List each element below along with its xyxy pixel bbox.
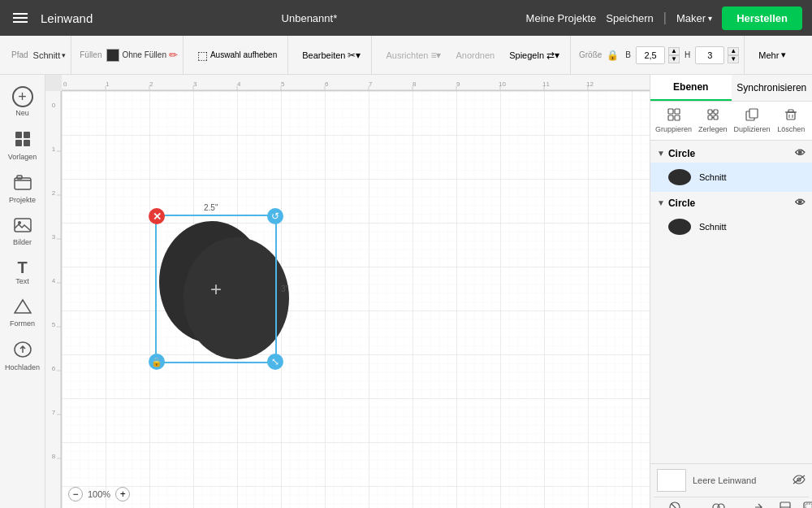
main-layout: + Neu Vorlagen Projek (0, 75, 812, 508)
sidebar-item-projekte[interactable]: Projekte (3, 169, 42, 209)
tab-synchronisieren[interactable]: Synchronisieren (732, 75, 813, 101)
ebnen-tool[interactable]: Ebnen (775, 501, 796, 508)
bearbeiten-group: Bearbeiten ✂▾ (292, 36, 372, 74)
ruler-top: 0 1 2 3 4 5 6 7 8 9 10 11 12 (62, 75, 650, 91)
canvas-eye-icon[interactable] (793, 475, 806, 487)
sidebar-item-bilder[interactable]: Bilder (3, 212, 42, 251)
mehr-group: Mehr ▾ (748, 36, 797, 74)
ruler-left: 0 1 2 3 4 5 6 7 8 (45, 91, 62, 508)
vorlagen-icon (14, 130, 32, 151)
svg-text:1: 1 (106, 80, 110, 88)
left-sidebar: + Neu Vorlagen Projek (0, 75, 45, 508)
mehr-chevron-icon: ▾ (781, 50, 786, 60)
zoom-in-button[interactable]: + (115, 487, 130, 501)
my-projects-link[interactable]: Meine Projekte (526, 12, 597, 24)
zerlegen-button[interactable]: Zerlegen (695, 105, 730, 137)
pencil-icon[interactable]: ✏ (169, 49, 178, 61)
verbinden-tool[interactable]: Verbinden (742, 501, 775, 508)
bearbeiten-icon: ✂▾ (348, 50, 361, 61)
sidebar-item-text[interactable]: T Text (3, 254, 42, 290)
spiegeln-button[interactable]: Spiegeln ⇄▾ (503, 46, 565, 64)
height-input[interactable] (695, 46, 724, 64)
svg-text:3: 3 (52, 233, 56, 241)
width-up-button[interactable]: ▲ (668, 47, 680, 55)
sidebar-item-new[interactable]: + Neu (3, 81, 42, 122)
canvas-area[interactable]: 0 1 2 3 4 5 6 7 8 9 10 11 12 (45, 75, 650, 508)
svg-text:6: 6 (325, 80, 329, 88)
save-link[interactable]: Speichern (606, 12, 654, 24)
duplizieren-button[interactable]: Duplizieren (732, 105, 772, 137)
canvas-grid[interactable]: ✕ ↺ 🔒 ⤡ + 2.5" 3" (62, 91, 650, 508)
bearbeiten-button[interactable]: Bearbeiten ✂▾ (296, 46, 366, 64)
layer-group-circle1-header[interactable]: ▼ Circle 👁 (650, 144, 812, 163)
svg-rect-60 (675, 115, 680, 120)
bottom-panel: Leere Leinwand (650, 463, 812, 508)
svg-rect-62 (714, 110, 718, 114)
fill-color-swatch[interactable] (106, 49, 119, 62)
verschweißen-icon (712, 501, 725, 508)
beschneiden-icon (668, 501, 681, 508)
layer-group-circle2-name: Circle (668, 198, 792, 209)
width-down-button[interactable]: ▼ (668, 55, 680, 63)
bilder-icon (14, 217, 32, 237)
eye-icon-circle1[interactable]: 👁 (795, 147, 806, 159)
duplizieren-label: Duplizieren (734, 125, 771, 133)
height-stepper[interactable]: ▲ ▼ (728, 47, 739, 63)
layer-group-circle1-name: Circle (668, 148, 792, 159)
svg-rect-73 (788, 110, 793, 112)
kontur-icon (802, 501, 812, 508)
ausrichten-button[interactable]: Ausrichten ≡▾ (380, 46, 447, 64)
lock-icon[interactable]: 🔒 (607, 50, 619, 61)
sidebar-item-hochladen[interactable]: Hochladen (3, 336, 42, 376)
loschen-button[interactable]: Löschen (774, 105, 809, 137)
svg-text:0: 0 (63, 80, 67, 88)
ebnen-icon (779, 501, 792, 508)
layer-group-circle2: ▼ Circle 👁 Schnitt (650, 193, 812, 241)
height-down-button[interactable]: ▼ (728, 55, 739, 63)
anordnen-label: Anordnen (456, 50, 495, 60)
kontur-tool[interactable]: Kontu… (796, 501, 812, 508)
sidebar-item-new-label: Neu (15, 109, 29, 117)
zoom-control: − 100% + (68, 487, 130, 501)
width-stepper[interactable]: ▲ ▼ (668, 47, 680, 63)
verschweißen-tool[interactable]: Verschweißen (696, 501, 742, 508)
svg-text:11: 11 (542, 80, 550, 88)
auswahl-aufheben-button[interactable]: ⬚ Auswahl aufheben (192, 46, 283, 65)
layer-group-circle2-header[interactable]: ▼ Circle 👁 (650, 193, 812, 212)
anordnen-button[interactable]: Anordnen (450, 47, 500, 63)
hochladen-icon (14, 341, 32, 362)
beschneiden-tool[interactable]: Beschneiden (654, 501, 696, 508)
füllen-value: Ohne Füllen (122, 50, 166, 59)
width-input[interactable] (636, 46, 665, 64)
svg-point-56 (184, 237, 289, 359)
menu-icon[interactable] (10, 10, 31, 26)
height-up-button[interactable]: ▲ (728, 47, 739, 55)
layer-item-schnitt2[interactable]: Schnitt (650, 212, 812, 241)
sidebar-item-vorlagen[interactable]: Vorlagen (3, 125, 42, 166)
eye-icon-circle2[interactable]: 👁 (795, 197, 806, 209)
maker-menu[interactable]: Maker ▾ (676, 12, 712, 24)
tab-ebenen[interactable]: Ebenen (650, 75, 732, 101)
herstellen-button[interactable]: Herstellen (722, 7, 802, 30)
svg-marker-8 (15, 300, 31, 313)
sidebar-item-formen-label: Formen (10, 319, 35, 328)
svg-text:5: 5 (52, 321, 56, 328)
svg-rect-84 (806, 504, 812, 508)
layer-item-schnitt1[interactable]: Schnitt (650, 163, 812, 192)
pfad-select[interactable]: Schnitt ▾ (33, 50, 67, 60)
mehr-button[interactable]: Mehr ▾ (753, 46, 792, 63)
group-button[interactable]: Gruppieren (654, 105, 693, 137)
document-name: Unbenannt* (282, 12, 338, 24)
zoom-out-button[interactable]: − (68, 487, 83, 501)
trash-icon (784, 108, 797, 124)
svg-text:0: 0 (52, 102, 56, 109)
svg-rect-58 (675, 109, 680, 114)
svg-rect-2 (15, 140, 22, 146)
sidebar-item-formen[interactable]: Formen (3, 293, 42, 332)
zoom-level: 100% (88, 489, 110, 499)
svg-text:5: 5 (281, 80, 285, 88)
canvas-objects (62, 91, 650, 508)
nav-divider: | (663, 11, 667, 25)
füllen-select[interactable]: Ohne Füllen ✏ (106, 49, 177, 62)
ausrichten-group: Ausrichten ≡▾ Anordnen Spiegeln ⇄▾ (375, 36, 571, 74)
